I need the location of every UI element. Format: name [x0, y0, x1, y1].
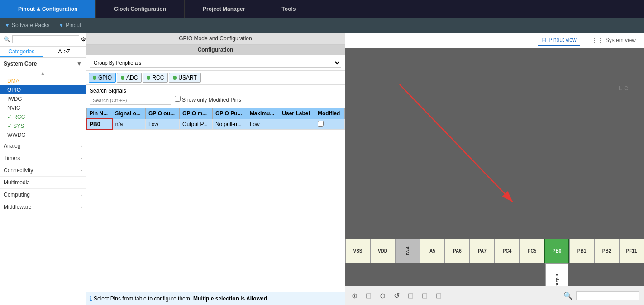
- tab-pinout-config[interactable]: Pinout & Configuration: [0, 0, 96, 18]
- pin-pc5[interactable]: PC5: [520, 239, 544, 263]
- top-nav: Pinout & Configuration Clock Configurati…: [0, 0, 644, 18]
- secondary-nav-pinout[interactable]: ▼ Pinout: [58, 22, 81, 28]
- col-gpio-mode[interactable]: GPIO m...: [180, 108, 213, 119]
- pin-pa6[interactable]: PA6: [445, 239, 470, 263]
- pin-pb0[interactable]: PB0 IO_Output: [544, 239, 569, 263]
- tab-az[interactable]: A->Z: [43, 47, 86, 57]
- pinout-view-icon: ⊞: [541, 36, 547, 43]
- configuration-subheader: Configuration: [86, 45, 345, 55]
- cell-maximum: Low: [247, 119, 279, 129]
- sidebar-item-connectivity[interactable]: Connectivity ›: [0, 164, 86, 176]
- right-panel: ⊞ Pinout view ⋮⋮ System view LC: [345, 33, 644, 305]
- toolbar-search-input[interactable]: [576, 291, 639, 300]
- system-view-icon: ⋮⋮: [591, 37, 604, 44]
- search-signals-input[interactable]: [90, 96, 171, 105]
- sidebar-item-sys[interactable]: ✓ SYS: [0, 122, 86, 131]
- pinout-toolbar: ⊕ ⊡ ⊖ ↺ ⊟ ⊞ ⊟ 🔍: [345, 286, 644, 305]
- reset-icon[interactable]: ↺: [392, 290, 401, 302]
- pin-pf11[interactable]: PF11: [619, 239, 644, 263]
- zoom-out-icon[interactable]: ⊖: [378, 290, 387, 302]
- system-core-header[interactable]: System Core ▼: [0, 58, 86, 70]
- view-tabs-header: ⊞ Pinout view ⋮⋮ System view: [345, 33, 644, 48]
- cell-modified: [315, 119, 345, 129]
- peripheral-tab-adc[interactable]: ADC: [117, 73, 142, 83]
- main-layout: 🔍 ⚙ Categories A->Z System Core ▼ ▲ DMA: [0, 33, 644, 305]
- sidebar-item-nvic[interactable]: NVIC: [0, 103, 86, 113]
- sidebar-item-analog[interactable]: Analog ›: [0, 140, 86, 152]
- cell-gpio-pull: No pull-u...: [212, 119, 247, 129]
- col-modified[interactable]: Modified: [315, 108, 345, 119]
- pin-pa4[interactable]: PA.4: [395, 239, 420, 263]
- table-row[interactable]: PB0 n/a Low Output P... No pull-u...: [86, 119, 345, 129]
- tab-system-view[interactable]: ⋮⋮ System view: [587, 35, 639, 46]
- tab-pinout-view[interactable]: ⊞ Pinout view: [538, 34, 580, 46]
- chevron-right-icon: ›: [81, 168, 82, 173]
- cell-pin-name: PB0: [86, 119, 112, 129]
- tab-project-manager[interactable]: Project Manager: [185, 0, 263, 18]
- sidebar-item-rcc[interactable]: ✓ RCC: [0, 113, 86, 122]
- sidebar-item-iwdg[interactable]: IWDG: [0, 94, 86, 103]
- pin-pc4[interactable]: PC4: [495, 239, 520, 263]
- toolbar-icons: ⊕ ⊡ ⊖ ↺ ⊟ ⊞ ⊟: [350, 290, 444, 302]
- col-gpio-pull[interactable]: GPIO Pu...: [212, 108, 247, 119]
- modified-checkbox[interactable]: [318, 121, 324, 127]
- sidebar-item-middleware[interactable]: Middleware ›: [0, 201, 86, 213]
- layers-icon[interactable]: ⊟: [434, 290, 444, 302]
- scroll-up-arrow[interactable]: ▲: [0, 70, 86, 76]
- sidebar-search-row: 🔍 ⚙: [0, 33, 86, 47]
- sidebar-item-dma[interactable]: DMA: [0, 76, 86, 85]
- dot-icon: [147, 76, 150, 80]
- chevron-down-icon: ▼: [76, 61, 82, 67]
- sidebar-item-timers[interactable]: Timers ›: [0, 152, 86, 164]
- pan-icon[interactable]: ⊟: [406, 290, 415, 302]
- pin-pa7[interactable]: PA7: [470, 239, 495, 263]
- chip-label: LC: [619, 57, 630, 99]
- col-user-label[interactable]: User Label: [279, 108, 315, 119]
- tab-clock-config[interactable]: Clock Configuration: [96, 0, 185, 18]
- zoom-in-icon[interactable]: ⊕: [350, 290, 359, 302]
- secondary-nav-software-packs[interactable]: ▼ Software Packs: [5, 22, 49, 28]
- peripheral-tabs: GPIO ADC RCC USART: [86, 71, 345, 85]
- dot-icon: [173, 76, 177, 80]
- sidebar-item-multimedia[interactable]: Multimedia ›: [0, 176, 86, 188]
- tab-tools[interactable]: Tools: [263, 0, 314, 18]
- search-icon[interactable]: 🔍: [4, 36, 10, 42]
- pin-pa5[interactable]: A5: [420, 239, 445, 263]
- gpio-table-container: Pin N... Signal o... GPIO ou... GPIO m..…: [86, 108, 345, 292]
- chevron-right-icon: ›: [81, 144, 82, 149]
- gpio-table: Pin N... Signal o... GPIO ou... GPIO m..…: [86, 108, 345, 130]
- cell-gpio-mode: Output P...: [180, 119, 213, 129]
- sidebar-search-input[interactable]: [12, 35, 79, 43]
- sidebar-item-computing[interactable]: Computing ›: [0, 188, 86, 201]
- fit-screen-icon[interactable]: ⊡: [364, 290, 373, 302]
- secondary-nav: ▼ Software Packs ▼ Pinout: [0, 18, 644, 33]
- tab-categories[interactable]: Categories: [0, 47, 43, 57]
- sidebar-item-wwdg[interactable]: WWDG: [0, 131, 86, 140]
- peripheral-tab-rcc[interactable]: RCC: [143, 73, 168, 83]
- col-signal[interactable]: Signal o...: [112, 108, 146, 119]
- col-pin-name[interactable]: Pin N...: [86, 108, 112, 119]
- sidebar-item-gpio[interactable]: GPIO: [0, 85, 86, 94]
- toolbar-search: 🔍: [562, 290, 639, 302]
- pin-vdd[interactable]: VDD: [370, 239, 395, 263]
- status-bar: ℹ Select Pins from table to configure th…: [86, 292, 345, 305]
- group-by-row: Group By PeripheralsGroup By GPIOGroup B…: [86, 55, 345, 71]
- search-signals-label: Search Signals: [90, 88, 341, 94]
- sidebar-tabs: Categories A->Z: [0, 47, 86, 58]
- pin-pb2[interactable]: PB2: [594, 239, 619, 263]
- peripheral-tab-usart[interactable]: USART: [169, 73, 200, 83]
- cell-user-label: [279, 119, 315, 129]
- peripheral-tab-gpio[interactable]: GPIO: [89, 73, 116, 83]
- pin-pb1[interactable]: PB1: [569, 239, 594, 263]
- gear-icon[interactable]: ⚙: [81, 36, 86, 42]
- gpio-mode-header: GPIO Mode and Configuration: [86, 33, 345, 45]
- chevron-right-icon: ›: [81, 192, 82, 197]
- group-by-select[interactable]: Group By PeripheralsGroup By GPIOGroup B…: [90, 58, 341, 68]
- search-signals-row: Show only Modified Pins: [90, 96, 341, 105]
- pin-vss1[interactable]: VSS: [345, 239, 370, 263]
- col-maximum[interactable]: Maximu...: [247, 108, 279, 119]
- cell-gpio-output: Low: [145, 119, 179, 129]
- show-modified-checkbox[interactable]: [175, 96, 181, 102]
- grid-icon[interactable]: ⊞: [420, 290, 429, 302]
- col-gpio-output[interactable]: GPIO ou...: [145, 108, 179, 119]
